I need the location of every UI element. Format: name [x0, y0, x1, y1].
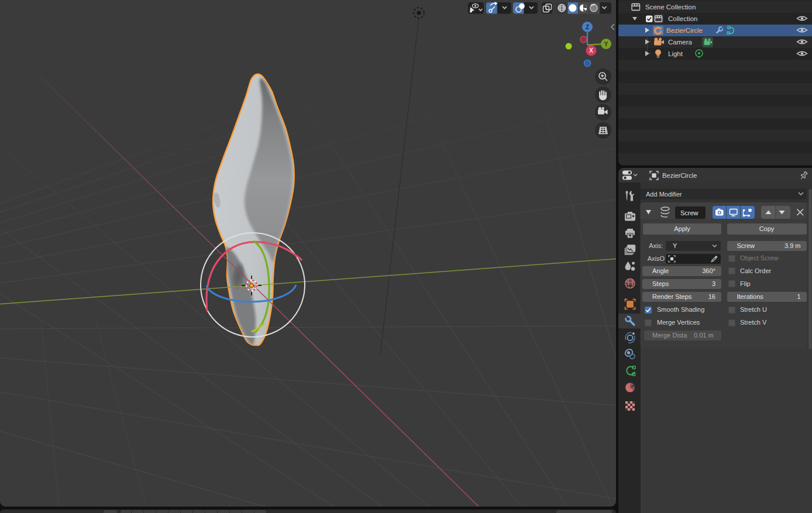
svg-text:Scene Collection: Scene Collection	[645, 4, 696, 11]
svg-text:Y: Y	[604, 41, 608, 47]
svg-text:Z: Z	[586, 24, 589, 30]
svg-text:Add Modifier: Add Modifier	[646, 191, 682, 198]
svg-text:Collection: Collection	[668, 15, 698, 22]
svg-text:Screw: Screw	[680, 209, 699, 216]
svg-text:BezierCircle: BezierCircle	[666, 27, 703, 34]
svg-text:Light: Light	[668, 50, 683, 57]
svg-text:Camera: Camera	[668, 39, 693, 46]
svg-text:BezierCircle: BezierCircle	[662, 172, 697, 179]
svg-text:X: X	[589, 47, 593, 54]
